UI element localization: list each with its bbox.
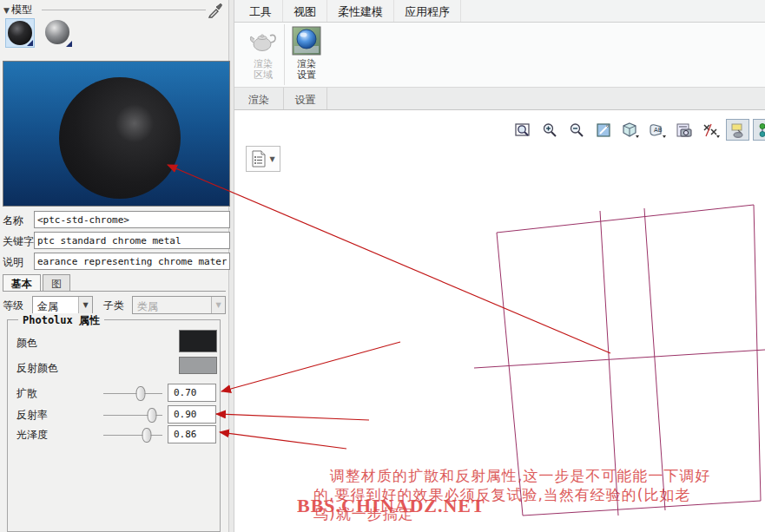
refit-zoom-icon[interactable] — [511, 119, 534, 141]
ribbon-tab-tools[interactable]: 工具 — [239, 0, 283, 22]
graphics-toolbar: AB — [511, 118, 765, 141]
chevron-down-icon[interactable]: ▼ — [78, 297, 92, 313]
ribbon-body-separator — [284, 24, 285, 85]
tab-map[interactable]: 图 — [43, 274, 70, 292]
ribbon-tab-flexible-modeling[interactable]: 柔性建模 — [327, 0, 394, 22]
ribbon-body: 渲染 区域 — [234, 23, 765, 87]
spin-center-icon[interactable] — [753, 119, 765, 141]
annotation-display-icon[interactable] — [726, 119, 749, 141]
tab-basic[interactable]: 基本 — [3, 274, 41, 292]
photolux-legend: Photolux 属性 — [18, 313, 104, 328]
teapot-icon — [247, 25, 279, 56]
color-swatch[interactable] — [179, 330, 217, 352]
eyedropper-icon[interactable] — [208, 3, 223, 18]
render-sphere-icon — [291, 25, 322, 56]
name-input[interactable] — [34, 211, 230, 228]
subclass-dropdown-value: 类属 — [137, 299, 158, 314]
group-label-render[interactable]: 渲染 — [234, 88, 284, 109]
render-setup-button[interactable]: 渲染 设置 — [288, 25, 325, 81]
svg-text:AB: AB — [654, 127, 663, 134]
model-section-header[interactable]: ▼模型 — [3, 3, 225, 16]
chevron-down-icon: ▼ — [211, 297, 225, 313]
name-field-row: 名称 — [3, 211, 227, 228]
ribbon-tab-applications[interactable]: 应用程序 — [394, 0, 461, 22]
chevron-down-icon: ▼ — [269, 155, 274, 163]
class-dropdown[interactable]: 金属 ▼ — [32, 296, 93, 314]
description-field-row: 说明 — [3, 253, 227, 270]
class-label: 等级 — [3, 299, 23, 313]
material-swatch-chrome[interactable] — [5, 18, 35, 48]
render-setup-label-line1: 渲染 — [288, 58, 325, 69]
saved-views-icon[interactable]: AB — [645, 119, 669, 141]
property-tabs: 基本 图 — [3, 274, 72, 292]
color-label: 颜色 — [16, 336, 37, 351]
swatch-corner-indicator — [27, 40, 33, 46]
annotation-text-line1: 调整材质的扩散和反射属性,这一步是不可能能一下调好 — [330, 466, 710, 486]
tab-rule — [3, 291, 226, 292]
render-snapshot-icon[interactable] — [672, 119, 696, 141]
swatch-corner-indicator — [66, 41, 72, 47]
reflectivity-slider-thumb[interactable] — [147, 408, 156, 423]
gloss-value[interactable]: 0.86 — [168, 425, 216, 443]
diffuse-slider[interactable] — [103, 393, 162, 394]
diffuse-label: 扩散 — [16, 386, 37, 401]
forum-watermark: BBS.CHINADZ.NET — [297, 495, 485, 517]
photolux-group: Photolux 属性 颜色 反射颜色 扩散 0.70 反射率 0.90 光泽度… — [7, 319, 221, 532]
description-label: 说明 — [3, 255, 23, 270]
display-style-icon[interactable] — [618, 119, 642, 141]
repaint-icon[interactable] — [591, 119, 615, 141]
view-manager-button[interactable]: ▼ — [246, 146, 280, 172]
material-panel: ▼模型 名称 关键字 — [0, 0, 229, 532]
material-preview[interactable] — [3, 61, 230, 207]
panel-title: 模型 — [11, 3, 32, 16]
header-rule — [42, 10, 206, 10]
ribbon-tab-view[interactable]: 视图 — [283, 0, 327, 22]
render-region-label-line2: 区域 — [245, 69, 281, 81]
render-region-label-line1: 渲染 — [245, 58, 281, 69]
datum-display-icon[interactable] — [699, 119, 722, 141]
reflectivity-label: 反射率 — [16, 408, 48, 423]
name-label: 名称 — [3, 213, 23, 228]
class-dropdown-value: 金属 — [37, 299, 58, 314]
reflect-color-swatch[interactable] — [179, 357, 217, 374]
collapse-triangle-icon[interactable]: ▼ — [3, 6, 10, 15]
ribbon: 工具 视图 柔性建模 应用程序 渲染 区域 — [234, 0, 765, 110]
reflectivity-value[interactable]: 0.90 — [168, 405, 216, 424]
subclass-label: 子类 — [103, 299, 124, 313]
gloss-slider[interactable] — [103, 435, 162, 436]
group-label-settings[interactable]: 设置 — [284, 88, 327, 109]
application-window: IIGNGU ▼模型 名称 — [0, 0, 765, 532]
keywords-label: 关键字 — [3, 234, 34, 249]
list-icon — [251, 150, 267, 167]
ribbon-tab-bar: 工具 视图 柔性建模 应用程序 — [234, 0, 765, 23]
material-swatch-gray[interactable] — [43, 18, 73, 48]
class-row: 等级 金属 ▼ 子类 类属 ▼ — [3, 296, 227, 314]
gloss-slider-thumb[interactable] — [142, 428, 152, 443]
description-input[interactable] — [34, 253, 230, 270]
render-setup-label-line2: 设置 — [288, 69, 325, 81]
gloss-label: 光泽度 — [16, 428, 48, 443]
render-region-button: 渲染 区域 — [245, 25, 281, 81]
material-swatch-row — [5, 18, 73, 48]
subclass-dropdown: 类属 ▼ — [132, 296, 226, 314]
ribbon-group-row: 渲染 设置 — [234, 87, 765, 110]
diffuse-slider-thumb[interactable] — [135, 386, 145, 401]
preview-sphere — [59, 77, 181, 199]
zoom-in-icon[interactable] — [537, 119, 561, 141]
diffuse-value[interactable]: 0.70 — [168, 384, 216, 402]
zoom-out-icon[interactable] — [564, 119, 588, 141]
keywords-input[interactable] — [34, 232, 230, 249]
keywords-field-row: 关键字 — [3, 232, 227, 249]
reflectivity-slider[interactable] — [103, 415, 162, 416]
reflect-color-label: 反射颜色 — [16, 361, 58, 376]
